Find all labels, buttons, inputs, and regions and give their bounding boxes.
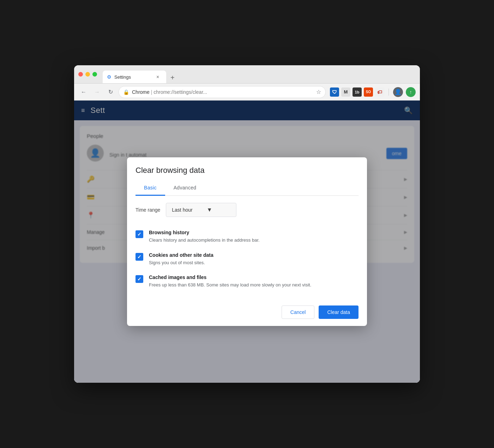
tab-basic[interactable]: Basic [135, 181, 165, 196]
active-tab[interactable]: ⚙ Settings × [103, 71, 166, 83]
cached-images-item: ✓ Cached images and files Frees up less … [135, 270, 359, 293]
cookies-title: Cookies and other site data [149, 252, 213, 258]
browsing-history-checkbox[interactable]: ✓ [135, 230, 143, 238]
dropdown-arrow-icon: ▼ [207, 207, 212, 213]
browsing-history-content: Browsing history Clears history and auto… [149, 230, 260, 244]
bookmark-icon[interactable]: ☆ [316, 89, 321, 95]
back-button[interactable]: ← [78, 87, 89, 97]
time-range-select[interactable]: Last hour ▼ [166, 203, 236, 217]
cached-images-checkbox[interactable]: ✓ [135, 275, 143, 283]
cookies-item: ✓ Cookies and other site data Signs you … [135, 248, 359, 271]
extension-icons: 🛡 M 1b SO 🏷 [330, 87, 384, 97]
stackoverflow-extension[interactable]: SO [364, 87, 373, 97]
cancel-button[interactable]: Cancel [282, 305, 315, 319]
cached-images-desc: Frees up less than 638 MB. Some sites ma… [149, 281, 311, 289]
browsing-history-checkbox-wrapper: ✓ [135, 230, 143, 238]
forward-button[interactable]: → [92, 87, 102, 97]
address-path: chrome://settings/clear... [153, 89, 207, 95]
time-range-label: Time range [135, 207, 160, 213]
cookies-desc: Signs you out of most sites. [149, 259, 213, 266]
checkmark-icon: ✓ [137, 231, 141, 237]
checkmark-icon: ✓ [137, 254, 141, 260]
title-bar: ⚙ Settings × + [74, 65, 420, 84]
dialog-footer: Cancel Clear data [127, 300, 367, 326]
time-range-row: Time range Last hour ▼ [135, 203, 359, 217]
tab-label: Settings [114, 74, 131, 80]
close-button[interactable] [78, 72, 83, 77]
honey-extension[interactable]: 🏷 [375, 87, 384, 97]
nav-divider [388, 89, 389, 96]
browsing-history-desc: Clears history and autocompletions in th… [149, 237, 260, 244]
clear-browsing-data-dialog: Clear browsing data Basic Advanced Time … [127, 157, 367, 326]
traffic-lights [78, 72, 97, 77]
address-text: Chrome | chrome://settings/clear... [132, 89, 313, 95]
tab-close-button[interactable]: × [155, 74, 161, 80]
clear-data-button[interactable]: Clear data [319, 305, 359, 319]
page-content: ≡ Sett 🔍 People 👤 Sign in t automat ome [74, 101, 420, 383]
nav-bar: ← → ↻ 🔒 Chrome | chrome://settings/clear… [74, 84, 420, 101]
address-domain: Chrome [132, 89, 150, 95]
browsing-history-title: Browsing history [149, 230, 260, 235]
cached-images-content: Cached images and files Frees up less th… [149, 274, 311, 289]
cookies-checkbox[interactable]: ✓ [135, 253, 143, 261]
dialog-overlay: Clear browsing data Basic Advanced Time … [74, 101, 420, 383]
dialog-body: Time range Last hour ▼ ✓ [127, 196, 367, 300]
cookies-checkbox-wrapper: ✓ [135, 253, 143, 261]
update-button[interactable]: ↑ [406, 87, 416, 97]
profile-button[interactable]: 👤 [393, 87, 403, 97]
browser-window: ⚙ Settings × + ← → ↻ 🔒 Chrome | chrome:/… [74, 65, 420, 383]
dialog-tabs: Basic Advanced [135, 181, 359, 196]
profile-icon: 👤 [394, 89, 402, 95]
address-bar[interactable]: 🔒 Chrome | chrome://settings/clear... ☆ [119, 86, 326, 98]
new-tab-button[interactable]: + [168, 72, 177, 83]
lock-icon: 🔒 [123, 89, 129, 95]
tab-advanced[interactable]: Advanced [165, 181, 205, 196]
minimize-button[interactable] [85, 72, 90, 77]
time-range-value: Last hour [172, 207, 192, 213]
bitwarden-extension[interactable]: 🛡 [330, 87, 339, 97]
cached-images-title: Cached images and files [149, 274, 311, 280]
settings-tab-icon: ⚙ [107, 74, 112, 80]
metamask-extension[interactable]: M [341, 87, 350, 97]
cached-images-checkbox-wrapper: ✓ [135, 275, 143, 283]
settings-background: ≡ Sett 🔍 People 👤 Sign in t automat ome [74, 101, 420, 383]
tab-bar: ⚙ Settings × + [103, 65, 416, 83]
dialog-title: Clear browsing data [135, 166, 359, 175]
dialog-header: Clear browsing data Basic Advanced [127, 157, 367, 196]
refresh-button[interactable]: ↻ [105, 87, 116, 97]
update-icon: ↑ [410, 89, 412, 95]
cookies-content: Cookies and other site data Signs you ou… [149, 252, 213, 266]
browsing-history-item: ✓ Browsing history Clears history and au… [135, 225, 359, 248]
maximize-button[interactable] [92, 72, 97, 77]
1password-extension[interactable]: 1b [353, 87, 362, 97]
checkmark-icon: ✓ [137, 276, 141, 282]
